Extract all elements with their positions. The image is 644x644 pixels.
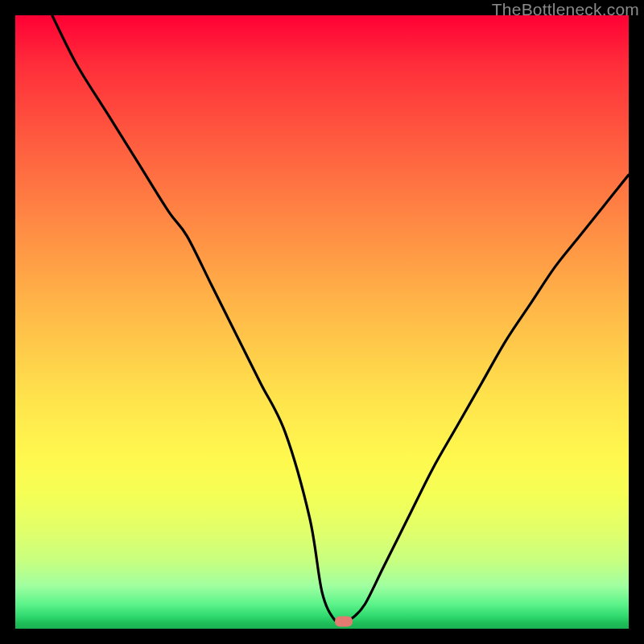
bottleneck-curve <box>15 15 629 629</box>
minimum-marker <box>335 616 353 626</box>
watermark-text: TheBottleneck.com <box>492 0 639 19</box>
